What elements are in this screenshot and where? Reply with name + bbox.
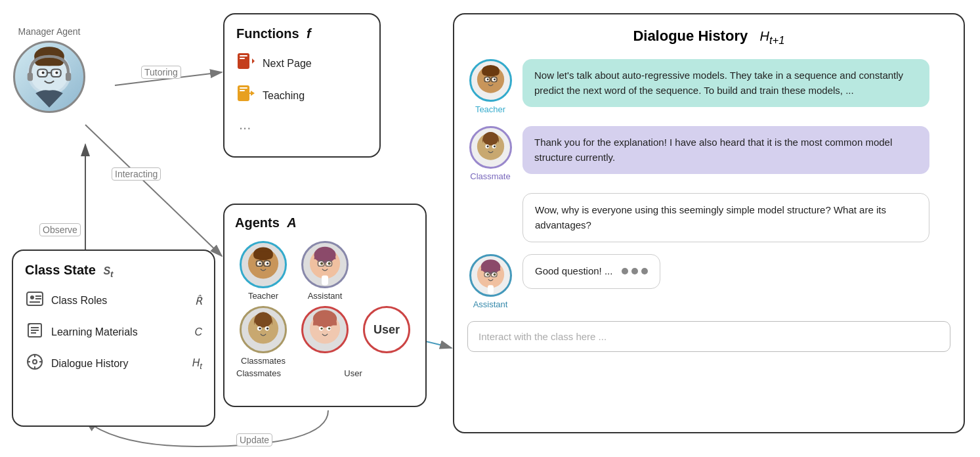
svg-rect-61 xyxy=(322,276,328,286)
dialogue-history-icon xyxy=(25,353,45,375)
user-girl-avatar xyxy=(301,306,349,353)
class-roles-item: Class Roles R̂ xyxy=(25,290,202,312)
svg-rect-17 xyxy=(66,73,71,81)
svg-point-11 xyxy=(42,72,45,74)
teacher-label: Teacher xyxy=(248,291,278,301)
dot-2 xyxy=(631,268,638,274)
svg-line-3 xyxy=(85,125,222,256)
observe-label: Observe xyxy=(39,223,81,236)
svg-marker-21 xyxy=(252,58,255,64)
assistant-chat-avatar xyxy=(469,254,512,297)
svg-rect-44 xyxy=(253,251,273,259)
svg-rect-76 xyxy=(482,69,500,76)
dialogue-history-math: Ht xyxy=(192,357,202,371)
dots-label: ... xyxy=(239,116,251,133)
classmate-avatar-col: Classmate xyxy=(467,126,513,181)
agent-assistant: Assistant xyxy=(297,241,353,301)
classmate-chat-name: Classmate xyxy=(470,171,510,181)
svg-point-67 xyxy=(266,328,268,330)
nextpage-icon xyxy=(236,52,255,75)
chat-message-assistant: Assistant Good question! ... xyxy=(467,254,950,309)
svg-point-57 xyxy=(328,262,331,265)
classmate-message-text: Thank you for the explanation! I have al… xyxy=(534,137,892,163)
assistant-label: Assistant xyxy=(308,291,343,301)
chat-message-user: Wow, why is everyone using this seemingl… xyxy=(522,193,950,242)
classmates-avatar xyxy=(240,306,287,353)
dialogue-history-box: Dialogue History Ht+1 xyxy=(453,13,965,433)
svg-point-28 xyxy=(30,295,34,299)
agent-teacher: Teacher xyxy=(235,241,291,301)
svg-rect-16 xyxy=(28,73,33,81)
user-bottom-label: User xyxy=(330,368,377,378)
svg-point-48 xyxy=(266,263,268,265)
dot-3 xyxy=(641,268,648,274)
svg-point-89 xyxy=(493,146,495,148)
svg-rect-23 xyxy=(240,87,247,89)
dialogue-history-label: Dialogue History xyxy=(51,358,187,370)
svg-point-66 xyxy=(259,328,261,330)
svg-rect-24 xyxy=(240,90,245,91)
svg-point-80 xyxy=(493,79,495,81)
function-dots: ... xyxy=(236,116,368,133)
class-roles-math: R̂ xyxy=(195,295,202,307)
classmate-chat-avatar xyxy=(469,126,512,169)
svg-rect-20 xyxy=(240,58,245,59)
functions-title: Functions f xyxy=(236,26,368,41)
svg-point-47 xyxy=(259,263,261,265)
agent-user: User xyxy=(358,306,415,366)
interacting-label: Interacting xyxy=(112,167,161,181)
svg-rect-99 xyxy=(488,285,494,294)
update-label: Update xyxy=(236,433,272,446)
typing-dots xyxy=(622,268,648,274)
assistant-chat-name: Assistant xyxy=(473,299,508,309)
nextpage-label: Next Page xyxy=(263,58,312,70)
agents-title: Agents A xyxy=(235,215,415,230)
assistant-avatar xyxy=(301,241,349,288)
assistant-typing-text: Good question! ... xyxy=(535,264,612,279)
chat-input[interactable]: Interact with the class here ... xyxy=(467,321,950,352)
diagram-container: Tutoring Interacting Observe Update Mana… xyxy=(0,0,980,457)
input-placeholder: Interact with the class here ... xyxy=(479,331,607,342)
classmates-label: Classmates xyxy=(241,356,286,366)
chat-message-teacher: Teacher Now let's talk about auto-regres… xyxy=(467,59,950,114)
agents-grid: Teacher xyxy=(235,241,415,366)
assistant-avatar-col: Assistant xyxy=(467,254,513,309)
class-state-title: Class State St xyxy=(25,263,202,279)
svg-point-73 xyxy=(328,328,330,330)
classmates-bottom-label: Classmates xyxy=(235,368,282,378)
svg-marker-25 xyxy=(251,91,255,96)
svg-point-95 xyxy=(493,273,496,276)
svg-rect-19 xyxy=(240,55,247,56)
teacher-message-bubble: Now let's talk about auto-regressive mod… xyxy=(522,59,929,107)
svg-point-37 xyxy=(33,360,37,364)
class-roles-icon xyxy=(25,290,45,312)
dot-1 xyxy=(622,268,628,274)
svg-point-72 xyxy=(320,328,322,330)
teacher-avatar-col: Teacher xyxy=(467,59,513,114)
user-circle: User xyxy=(363,306,410,353)
assistant-typing-bubble: Good question! ... xyxy=(522,254,660,289)
teacher-chat-name: Teacher xyxy=(475,104,505,114)
agents-box: Agents A xyxy=(223,204,427,407)
learning-materials-label: Learning Materials xyxy=(51,326,189,338)
learning-materials-item: Learning Materials C xyxy=(25,321,202,343)
classmate-message-bubble: Thank you for the explanation! I have al… xyxy=(522,126,929,174)
functions-box: Functions f Next Page Teaching ... xyxy=(223,13,381,158)
svg-point-94 xyxy=(486,273,489,276)
learning-materials-math: C xyxy=(194,326,202,338)
class-state-box: Class State St Class Roles R̂ Learning M… xyxy=(12,250,215,427)
manager-label: Manager Agent xyxy=(18,26,81,37)
class-roles-label: Class Roles xyxy=(51,295,190,307)
chat-message-classmate: Classmate Thank you for the explanation!… xyxy=(467,126,950,181)
tutoring-label: Tutoring xyxy=(141,66,181,79)
function-nextpage: Next Page xyxy=(236,52,368,75)
teacher-message-text: Now let's talk about auto-regressive mod… xyxy=(534,70,903,96)
svg-point-56 xyxy=(320,262,323,265)
svg-point-12 xyxy=(55,72,58,74)
svg-point-79 xyxy=(486,79,488,81)
teaching-label: Teaching xyxy=(263,90,305,102)
agent-user-girl xyxy=(297,306,353,366)
dialogue-title: Dialogue History Ht+1 xyxy=(467,28,950,47)
teacher-chat-avatar xyxy=(469,59,512,102)
svg-point-88 xyxy=(486,146,488,148)
